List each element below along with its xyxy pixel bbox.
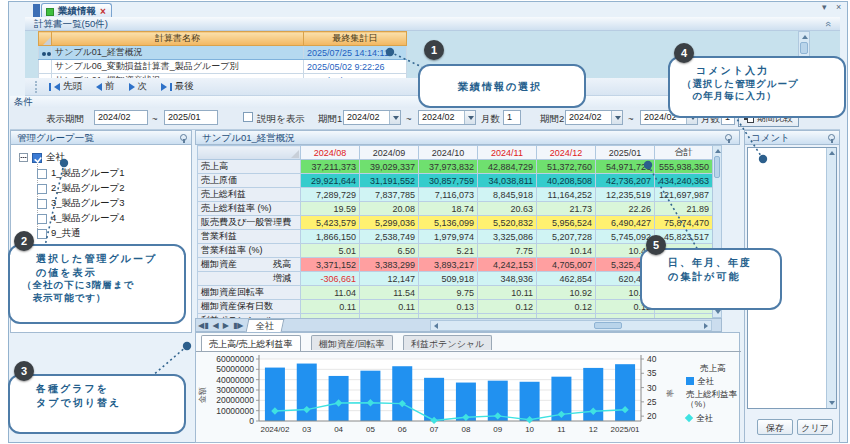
grid-cell[interactable]: 5,299,036: [360, 216, 419, 230]
grid-month-header[interactable]: 合計: [655, 146, 713, 160]
grid-cell[interactable]: 0.12: [537, 300, 596, 314]
sheet-next-icon[interactable]: ▶: [221, 321, 231, 330]
grid-month-header[interactable]: 2024/12: [537, 146, 596, 160]
grid-cell[interactable]: 3,893,217: [419, 258, 478, 272]
grid-hscrollbar[interactable]: [430, 320, 712, 331]
grid-cell[interactable]: 6,490,427: [596, 216, 655, 230]
pin-icon[interactable]: [724, 134, 733, 143]
grid-cell[interactable]: 9.75: [419, 286, 478, 300]
grid-cell[interactable]: 11,164,252: [537, 188, 596, 202]
grid-cell[interactable]: 12,147: [360, 272, 419, 286]
grid-cell[interactable]: 7,289,729: [301, 188, 360, 202]
grid-cell[interactable]: 42,884,729: [478, 160, 537, 174]
grid-cell[interactable]: 5,136,099: [419, 216, 478, 230]
months1-input[interactable]: 1: [503, 110, 521, 125]
grid-cell[interactable]: 3,371,152: [301, 258, 360, 272]
grid-cell[interactable]: -306,661: [301, 272, 360, 286]
chart-tab[interactable]: 利益ポテンシャル: [403, 335, 492, 350]
period2-from-combo[interactable]: 2024/02: [565, 110, 623, 125]
grid-cell[interactable]: 5,956,524: [537, 216, 596, 230]
collapse-icon[interactable]: «: [824, 21, 832, 27]
grid-cell[interactable]: 20.08: [360, 202, 419, 216]
grid-cell[interactable]: 1,979,974: [419, 230, 478, 244]
group-checkbox[interactable]: [37, 169, 47, 179]
nav-first-button[interactable]: 先頭: [45, 80, 86, 93]
grid-cell[interactable]: 10.92: [537, 286, 596, 300]
grid-cell[interactable]: 11.54: [360, 286, 419, 300]
nav-next-button[interactable]: 次: [125, 80, 152, 93]
group-checkbox[interactable]: [37, 199, 47, 209]
show-description-checkbox[interactable]: [243, 112, 253, 122]
display-to-input[interactable]: 2025/01: [164, 110, 218, 125]
grid-cell[interactable]: 0.11: [301, 300, 360, 314]
pin-icon[interactable]: [827, 134, 836, 143]
nav-last-button[interactable]: 最後: [157, 80, 198, 93]
table-row[interactable]: サンプル01_経営概況2025/07/25 14:14:11: [39, 46, 407, 60]
root-checkbox[interactable]: [32, 153, 42, 163]
grid-cell[interactable]: 0.11: [360, 300, 419, 314]
grid-cell[interactable]: 1,866,150: [301, 230, 360, 244]
grid-cell[interactable]: 37,211,373: [301, 160, 360, 174]
grid-cell[interactable]: 5,423,579: [301, 216, 360, 230]
save-button[interactable]: 保存: [757, 419, 793, 435]
tree-node-group[interactable]: 9_共通: [37, 227, 81, 240]
grid-cell[interactable]: 21.89: [655, 202, 713, 216]
tab-performance-info[interactable]: 業績情報 ×: [41, 3, 112, 18]
grid-cell[interactable]: 12,235,519: [596, 188, 655, 202]
grid-cell[interactable]: 8,845,918: [478, 188, 537, 202]
chart-tab[interactable]: 棚卸資産/回転率: [311, 335, 393, 350]
grid-cell[interactable]: 29,921,644: [301, 174, 360, 188]
grid-cell[interactable]: 5.01: [301, 244, 360, 258]
grid-cell[interactable]: 31,191,552: [360, 174, 419, 188]
grid-cell[interactable]: 6.50: [360, 244, 419, 258]
col-header-date[interactable]: 最終集計日: [304, 32, 407, 46]
grid-cell[interactable]: 22.26: [596, 202, 655, 216]
grid-cell[interactable]: 11.04: [301, 286, 360, 300]
grid-cell[interactable]: 3,325,086: [478, 230, 537, 244]
group-checkbox[interactable]: [37, 214, 47, 224]
period1-from-combo[interactable]: 2024/02: [343, 110, 401, 125]
chart-tab[interactable]: 売上高/売上総利益率: [201, 335, 301, 351]
grid-cell[interactable]: 51,372,760: [537, 160, 596, 174]
tree-node-group[interactable]: 1_製品グループ1: [37, 167, 125, 180]
grid-cell[interactable]: 0.13: [419, 300, 478, 314]
tab-close-icon[interactable]: ×: [100, 6, 106, 17]
grid-cell[interactable]: 3,383,299: [360, 258, 419, 272]
grid-cell[interactable]: 34,038,811: [478, 174, 537, 188]
grid-cell[interactable]: 7,837,785: [360, 188, 419, 202]
grid-cell[interactable]: 75,874,470: [655, 216, 713, 230]
tree-node-group[interactable]: 2_製品グループ2: [37, 182, 125, 195]
group-checkbox[interactable]: [37, 184, 47, 194]
grid-cell[interactable]: 30,857,759: [419, 174, 478, 188]
grid-month-header[interactable]: 2024/09: [360, 146, 419, 160]
grid-cell[interactable]: 5,520,832: [478, 216, 537, 230]
grid-cell[interactable]: 20.63: [478, 202, 537, 216]
grid-cell[interactable]: 54,971,726: [596, 160, 655, 174]
sheet-first-icon[interactable]: ◀▮: [196, 321, 211, 330]
clear-button[interactable]: クリア: [797, 419, 833, 435]
grid-month-header[interactable]: 2025/01: [596, 146, 655, 160]
grid-cell[interactable]: 0.12: [478, 300, 537, 314]
period1-to-combo[interactable]: 2024/02: [418, 110, 476, 125]
grid-cell[interactable]: 18.74: [419, 202, 478, 216]
grid-cell[interactable]: 7.75: [478, 244, 537, 258]
minimize-icon[interactable]: ▾: [822, 2, 827, 12]
grid-cell[interactable]: 555,938,350: [655, 160, 713, 174]
tree-node-root[interactable]: 全社: [19, 151, 65, 164]
comment-scrollbar[interactable]: [826, 148, 836, 408]
grid-month-header[interactable]: 2024/10: [419, 146, 478, 160]
pin-icon[interactable]: [179, 134, 188, 143]
col-header-name[interactable]: 計算書名称: [52, 32, 304, 46]
tree-node-group[interactable]: 3_製品グループ3: [37, 197, 125, 210]
grid-cell[interactable]: 434,240,363: [655, 174, 713, 188]
grid-month-header[interactable]: 2024/08: [301, 146, 360, 160]
calc-sheet-name[interactable]: サンプル06_変動損益計算書_製品グループ別: [52, 60, 304, 74]
calc-sheet-name[interactable]: サンプル01_経営概況: [52, 46, 304, 60]
table-row[interactable]: サンプル06_変動損益計算書_製品グループ別2025/05/02 9:22:26: [39, 60, 407, 74]
grid-cell[interactable]: 37,973,832: [419, 160, 478, 174]
grid-cell[interactable]: 4,705,007: [537, 258, 596, 272]
grid-cell[interactable]: 2,538,749: [360, 230, 419, 244]
tree-node-group[interactable]: 4_製品グループ4: [37, 212, 125, 225]
grid-cell[interactable]: 39,029,337: [360, 160, 419, 174]
sheet-last-icon[interactable]: ▮▶: [231, 321, 246, 330]
